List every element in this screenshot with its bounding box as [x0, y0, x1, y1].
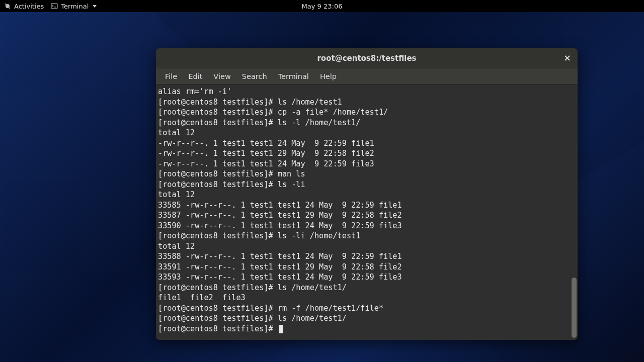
activities-icon: [4, 3, 11, 10]
activities-label: Activities: [14, 3, 44, 10]
menu-view[interactable]: View: [208, 70, 235, 82]
terminal-text-area[interactable]: alias rm='rm -i' [root@centos8 testfiles…: [156, 84, 578, 340]
app-menu-button[interactable]: Terminal: [51, 3, 97, 10]
terminal-app-icon: [51, 3, 58, 10]
terminal-viewport: alias rm='rm -i' [root@centos8 testfiles…: [156, 84, 578, 340]
svg-point-0: [6, 4, 10, 8]
svg-rect-3: [51, 4, 57, 9]
window-titlebar[interactable]: root@centos8:/testfiles: [156, 48, 578, 68]
panel-clock[interactable]: May 9 23:06: [302, 3, 343, 10]
chevron-down-icon: [93, 5, 97, 8]
scrollbar-track[interactable]: [572, 85, 577, 339]
menu-edit[interactable]: Edit: [183, 70, 207, 82]
menu-help[interactable]: Help: [315, 70, 342, 82]
menubar: File Edit View Search Terminal Help: [156, 68, 578, 84]
terminal-cursor: [279, 325, 283, 333]
menu-search[interactable]: Search: [237, 70, 272, 82]
svg-point-1: [5, 4, 7, 5]
terminal-window: root@centos8:/testfiles File Edit View S…: [156, 48, 578, 340]
window-title: root@centos8:/testfiles: [317, 54, 416, 63]
gnome-top-panel: Activities Terminal May 9 23:06: [0, 0, 644, 12]
svg-point-2: [9, 8, 11, 9]
scrollbar-thumb[interactable]: [572, 278, 577, 338]
app-menu-label: Terminal: [61, 3, 89, 10]
menu-terminal[interactable]: Terminal: [273, 70, 314, 82]
activities-button[interactable]: Activities: [4, 3, 44, 10]
close-button[interactable]: [561, 53, 573, 64]
close-icon: [564, 53, 571, 63]
menu-file[interactable]: File: [160, 70, 182, 82]
panel-left-group: Activities Terminal: [4, 3, 97, 10]
